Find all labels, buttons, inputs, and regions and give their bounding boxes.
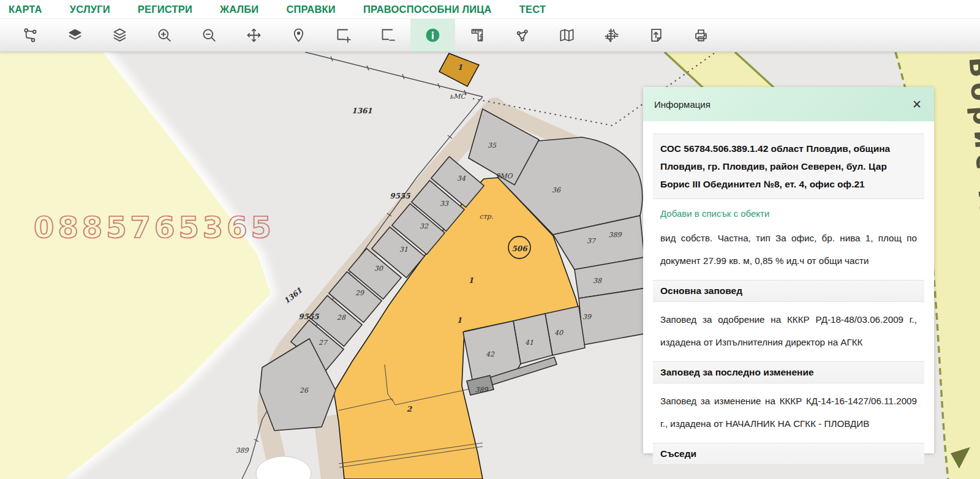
menu-spravki[interactable]: СПРАВКИ — [286, 4, 336, 15]
export-page-icon — [648, 27, 665, 43]
derive-route-button[interactable] — [8, 19, 53, 51]
svg-text:31: 31 — [399, 246, 408, 254]
info-button[interactable] — [410, 19, 455, 51]
menu-pravosposobni-litsa[interactable]: ПРАВОСПОСОБНИ ЛИЦА — [363, 4, 492, 15]
print-button[interactable] — [679, 19, 723, 51]
svg-text:1: 1 — [458, 63, 462, 72]
zoom-window-in-icon — [335, 27, 352, 43]
menu-karta[interactable]: КАРТА — [9, 4, 42, 15]
info-panel: Информация ✕ СОС 56784.506.389.1.42 обла… — [643, 87, 934, 453]
measure-ruler-icon — [469, 27, 486, 43]
zoom-in-button[interactable] — [142, 19, 187, 51]
basemap-layers-button[interactable] — [53, 19, 97, 51]
section-heading-last-amendment: Заповед за последно изменение — [653, 361, 924, 383]
svg-text:стр.: стр. — [480, 213, 494, 221]
svg-text:35: 35 — [488, 141, 497, 149]
info-panel-title: Информация — [654, 99, 710, 110]
zoom-out-button[interactable] — [187, 19, 232, 51]
watermark-phone: 0885765365 — [34, 210, 275, 244]
layer-list-button[interactable] — [97, 19, 142, 51]
svg-text:1: 1 — [457, 316, 462, 325]
svg-text:29: 29 — [355, 289, 364, 297]
add-to-object-list-link[interactable]: Добави в списък с обекти — [660, 208, 917, 219]
svg-text:389: 389 — [475, 386, 489, 394]
derive-route-icon — [22, 27, 39, 43]
svg-text:32: 32 — [420, 222, 429, 230]
svg-text:42: 42 — [486, 350, 495, 358]
coordinates-grid-icon — [603, 27, 620, 43]
main-menubar: КАРТА УСЛУГИ РЕГИСТРИ ЖАЛБИ СПРАВКИ ПРАВ… — [0, 0, 980, 18]
measure-area-icon — [514, 27, 530, 43]
info-icon — [424, 27, 441, 43]
svg-text:34: 34 — [457, 175, 466, 183]
section-heading-main-order: Основна заповед — [653, 280, 924, 302]
svg-text:33: 33 — [440, 200, 449, 208]
export-page-button[interactable] — [634, 19, 679, 51]
map-icon — [559, 27, 575, 43]
svg-text:39: 39 — [582, 313, 592, 321]
svg-text:40: 40 — [554, 329, 564, 337]
zoom-out-icon — [201, 27, 217, 43]
object-title: СОС 56784.506.389.1.42 област Пловдив, о… — [653, 134, 924, 199]
svg-text:41: 41 — [525, 339, 533, 347]
svg-text:389: 389 — [609, 231, 622, 239]
close-icon[interactable]: ✕ — [912, 99, 922, 110]
svg-text:38: 38 — [593, 277, 602, 285]
zoom-window-in-button[interactable] — [321, 19, 366, 51]
menu-test[interactable]: ТЕСТ — [519, 4, 546, 15]
svg-text:36: 36 — [552, 186, 561, 194]
svg-text:506: 506 — [511, 244, 528, 253]
svg-text:1361: 1361 — [352, 107, 372, 115]
print-icon — [693, 27, 709, 43]
svg-text:1: 1 — [469, 276, 473, 285]
measure-area-button[interactable] — [500, 19, 545, 51]
section-text-neighbours: 56784.506.389.1.25,56784.506.389.1.41,56… — [660, 471, 917, 479]
map-button[interactable] — [545, 19, 589, 51]
zoom-in-icon — [156, 27, 173, 43]
svg-text:27: 27 — [318, 339, 328, 347]
menu-uslugi[interactable]: УСЛУГИ — [70, 4, 110, 15]
svg-text:26: 26 — [300, 387, 309, 394]
zoom-window-out-icon — [380, 27, 396, 43]
location-pin-icon — [290, 27, 307, 43]
map-toolbar — [0, 18, 980, 52]
coordinates-grid-button[interactable] — [589, 19, 634, 51]
svg-text:30: 30 — [374, 265, 383, 273]
object-details: вид собств. Частна, тип За офис, бр. нив… — [660, 227, 917, 272]
section-text-main-order: Заповед за одобрение на КККР РД-18-48/03… — [660, 308, 917, 353]
measure-ruler-button[interactable] — [455, 19, 500, 51]
svg-text:ьМС: ьМС — [450, 92, 466, 100]
menu-registri[interactable]: РЕГИСТРИ — [138, 4, 192, 15]
svg-text:9МО: 9МО — [496, 172, 513, 180]
zoom-window-out-button[interactable] — [366, 19, 410, 51]
svg-text:9555: 9555 — [390, 192, 410, 200]
menu-zhalbi[interactable]: ЖАЛБИ — [220, 4, 258, 15]
svg-text:9555: 9555 — [298, 312, 319, 321]
pan-button[interactable] — [232, 19, 276, 51]
location-pin-button[interactable] — [276, 19, 321, 51]
svg-text:37: 37 — [587, 237, 597, 245]
section-heading-neighbours: Съседи — [653, 443, 924, 465]
section-text-last-amendment: Заповед за изменение на КККР КД-14-16-14… — [660, 390, 917, 435]
svg-text:28: 28 — [337, 314, 346, 322]
pan-icon — [246, 27, 262, 43]
basemap-layers-icon — [67, 27, 83, 43]
info-panel-body: СОС 56784.506.389.1.42 област Пловдив, о… — [643, 121, 934, 479]
svg-text:389: 389 — [236, 447, 249, 454]
info-panel-header: Информация ✕ — [643, 87, 934, 121]
layer-list-icon — [111, 27, 128, 43]
